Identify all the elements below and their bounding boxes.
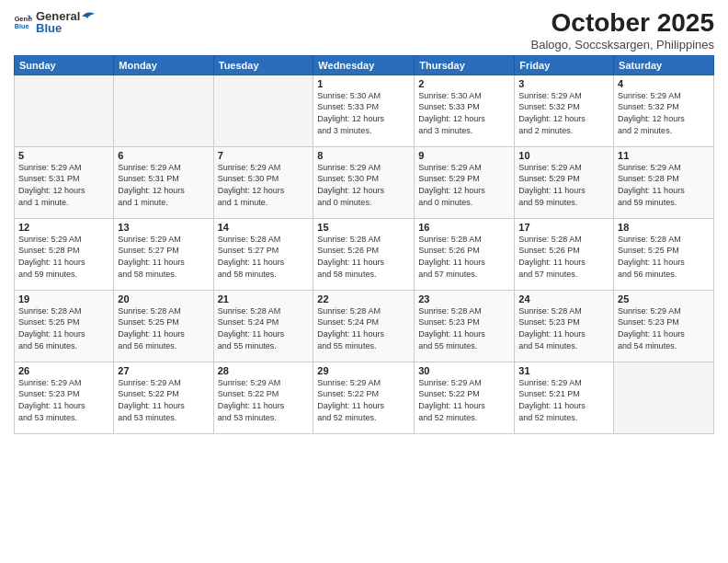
main-container: General Blue General Blue October 2025 B…	[0, 0, 728, 442]
table-row: 20Sunrise: 5:28 AM Sunset: 5:25 PM Dayli…	[114, 290, 213, 362]
table-row: 17Sunrise: 5:28 AM Sunset: 5:26 PM Dayli…	[515, 218, 614, 290]
col-friday: Friday	[515, 55, 614, 75]
table-row: 22Sunrise: 5:28 AM Sunset: 5:24 PM Dayli…	[313, 290, 415, 362]
day-info: Sunrise: 5:28 AM Sunset: 5:24 PM Dayligh…	[218, 305, 310, 351]
day-number: 21	[218, 293, 310, 304]
day-number: 27	[118, 365, 209, 376]
table-row: 13Sunrise: 5:29 AM Sunset: 5:27 PM Dayli…	[114, 218, 213, 290]
table-row: 4Sunrise: 5:29 AM Sunset: 5:32 PM Daylig…	[614, 75, 714, 146]
day-info: Sunrise: 5:29 AM Sunset: 5:21 PM Dayligh…	[518, 377, 609, 423]
table-row	[114, 75, 213, 146]
day-number: 7	[218, 150, 310, 161]
day-info: Sunrise: 5:29 AM Sunset: 5:30 PM Dayligh…	[218, 162, 310, 208]
day-number: 12	[18, 222, 109, 233]
calendar-header-row: Sunday Monday Tuesday Wednesday Thursday…	[15, 55, 714, 75]
table-row: 31Sunrise: 5:29 AM Sunset: 5:21 PM Dayli…	[515, 362, 614, 433]
day-number: 17	[518, 222, 609, 233]
logo: General Blue General Blue	[14, 9, 97, 35]
day-number: 26	[18, 365, 109, 376]
table-row: 11Sunrise: 5:29 AM Sunset: 5:28 PM Dayli…	[614, 146, 714, 218]
col-saturday: Saturday	[614, 55, 714, 75]
day-number: 23	[418, 293, 510, 304]
calendar-week-row: 12Sunrise: 5:29 AM Sunset: 5:28 PM Dayli…	[15, 218, 714, 290]
table-row: 5Sunrise: 5:29 AM Sunset: 5:31 PM Daylig…	[15, 146, 114, 218]
day-info: Sunrise: 5:29 AM Sunset: 5:28 PM Dayligh…	[18, 234, 109, 280]
table-row: 30Sunrise: 5:29 AM Sunset: 5:22 PM Dayli…	[415, 362, 515, 433]
day-number: 3	[518, 78, 609, 89]
day-info: Sunrise: 5:28 AM Sunset: 5:26 PM Dayligh…	[518, 234, 609, 280]
calendar-week-row: 1Sunrise: 5:30 AM Sunset: 5:33 PM Daylig…	[15, 75, 714, 146]
day-info: Sunrise: 5:28 AM Sunset: 5:27 PM Dayligh…	[218, 234, 310, 280]
day-info: Sunrise: 5:28 AM Sunset: 5:25 PM Dayligh…	[118, 305, 209, 351]
day-number: 11	[618, 150, 710, 161]
day-info: Sunrise: 5:28 AM Sunset: 5:23 PM Dayligh…	[518, 305, 609, 351]
day-number: 4	[618, 78, 710, 89]
table-row: 18Sunrise: 5:28 AM Sunset: 5:25 PM Dayli…	[614, 218, 714, 290]
day-number: 5	[18, 150, 109, 161]
col-sunday: Sunday	[15, 55, 114, 75]
svg-text:Blue: Blue	[15, 22, 29, 30]
logo-blue: Blue	[36, 21, 97, 35]
day-number: 31	[518, 365, 609, 376]
table-row: 9Sunrise: 5:29 AM Sunset: 5:29 PM Daylig…	[415, 146, 515, 218]
day-info: Sunrise: 5:29 AM Sunset: 5:31 PM Dayligh…	[118, 162, 209, 208]
header: General Blue General Blue October 2025 B…	[14, 9, 714, 52]
day-info: Sunrise: 5:28 AM Sunset: 5:26 PM Dayligh…	[317, 234, 410, 280]
day-number: 6	[118, 150, 209, 161]
day-number: 14	[218, 222, 310, 233]
day-number: 13	[118, 222, 209, 233]
day-number: 24	[518, 293, 609, 304]
day-info: Sunrise: 5:28 AM Sunset: 5:25 PM Dayligh…	[18, 305, 109, 351]
day-info: Sunrise: 5:28 AM Sunset: 5:23 PM Dayligh…	[418, 305, 510, 351]
day-info: Sunrise: 5:29 AM Sunset: 5:22 PM Dayligh…	[317, 377, 410, 423]
day-number: 8	[317, 150, 410, 161]
table-row: 21Sunrise: 5:28 AM Sunset: 5:24 PM Dayli…	[213, 290, 313, 362]
day-info: Sunrise: 5:28 AM Sunset: 5:25 PM Dayligh…	[618, 234, 710, 280]
logo-icon: General Blue	[14, 13, 32, 31]
table-row: 1Sunrise: 5:30 AM Sunset: 5:33 PM Daylig…	[313, 75, 415, 146]
table-row: 29Sunrise: 5:29 AM Sunset: 5:22 PM Dayli…	[313, 362, 415, 433]
day-number: 9	[418, 150, 510, 161]
table-row: 19Sunrise: 5:28 AM Sunset: 5:25 PM Dayli…	[15, 290, 114, 362]
day-info: Sunrise: 5:29 AM Sunset: 5:22 PM Dayligh…	[418, 377, 510, 423]
day-number: 29	[317, 365, 410, 376]
day-number: 10	[518, 150, 609, 161]
day-number: 16	[418, 222, 510, 233]
table-row: 2Sunrise: 5:30 AM Sunset: 5:33 PM Daylig…	[415, 75, 515, 146]
title-section: October 2025 Balogo, Soccsksargen, Phili…	[531, 9, 714, 52]
table-row: 14Sunrise: 5:28 AM Sunset: 5:27 PM Dayli…	[213, 218, 313, 290]
day-number: 1	[317, 78, 410, 89]
day-number: 18	[618, 222, 710, 233]
table-row: 25Sunrise: 5:29 AM Sunset: 5:23 PM Dayli…	[614, 290, 714, 362]
day-info: Sunrise: 5:29 AM Sunset: 5:32 PM Dayligh…	[618, 90, 710, 136]
table-row: 28Sunrise: 5:29 AM Sunset: 5:22 PM Dayli…	[213, 362, 313, 433]
table-row: 7Sunrise: 5:29 AM Sunset: 5:30 PM Daylig…	[213, 146, 313, 218]
day-info: Sunrise: 5:29 AM Sunset: 5:28 PM Dayligh…	[618, 162, 710, 208]
day-info: Sunrise: 5:29 AM Sunset: 5:29 PM Dayligh…	[518, 162, 609, 208]
table-row: 8Sunrise: 5:29 AM Sunset: 5:30 PM Daylig…	[313, 146, 415, 218]
logo-bird-icon	[80, 10, 97, 23]
table-row	[15, 75, 114, 146]
day-info: Sunrise: 5:29 AM Sunset: 5:31 PM Dayligh…	[18, 162, 109, 208]
calendar-table: Sunday Monday Tuesday Wednesday Thursday…	[14, 55, 714, 434]
day-number: 28	[218, 365, 310, 376]
day-info: Sunrise: 5:29 AM Sunset: 5:23 PM Dayligh…	[18, 377, 109, 423]
day-number: 15	[317, 222, 410, 233]
day-info: Sunrise: 5:29 AM Sunset: 5:32 PM Dayligh…	[518, 90, 609, 136]
table-row	[213, 75, 313, 146]
day-number: 25	[618, 293, 710, 304]
location-title: Balogo, Soccsksargen, Philippines	[531, 38, 714, 52]
col-monday: Monday	[114, 55, 213, 75]
day-info: Sunrise: 5:28 AM Sunset: 5:26 PM Dayligh…	[418, 234, 510, 280]
day-number: 20	[118, 293, 209, 304]
day-info: Sunrise: 5:29 AM Sunset: 5:22 PM Dayligh…	[218, 377, 310, 423]
calendar-week-row: 19Sunrise: 5:28 AM Sunset: 5:25 PM Dayli…	[15, 290, 714, 362]
table-row: 27Sunrise: 5:29 AM Sunset: 5:22 PM Dayli…	[114, 362, 213, 433]
day-number: 30	[418, 365, 510, 376]
table-row: 6Sunrise: 5:29 AM Sunset: 5:31 PM Daylig…	[114, 146, 213, 218]
logo-wordmark: General Blue	[36, 9, 97, 35]
day-info: Sunrise: 5:29 AM Sunset: 5:29 PM Dayligh…	[418, 162, 510, 208]
table-row: 12Sunrise: 5:29 AM Sunset: 5:28 PM Dayli…	[15, 218, 114, 290]
table-row: 26Sunrise: 5:29 AM Sunset: 5:23 PM Dayli…	[15, 362, 114, 433]
day-number: 22	[317, 293, 410, 304]
